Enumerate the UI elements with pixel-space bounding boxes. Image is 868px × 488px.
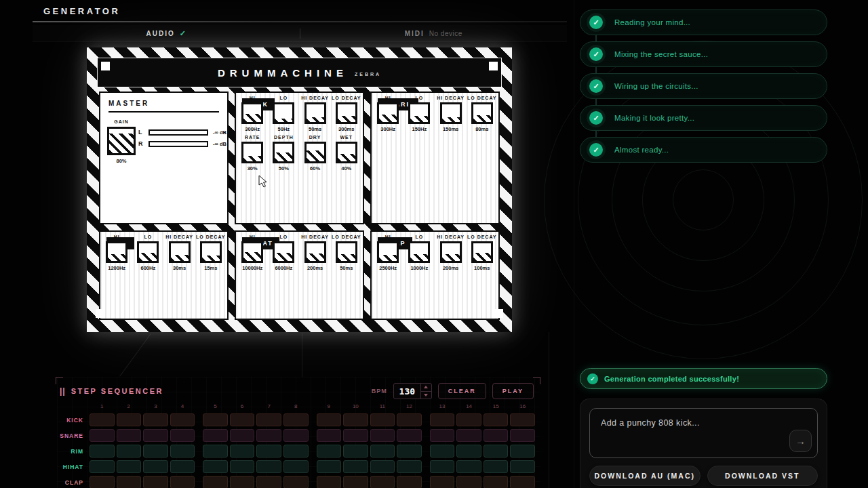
step-cell[interactable] (484, 460, 509, 473)
step-cell[interactable] (510, 413, 535, 426)
step-cell[interactable] (203, 413, 228, 426)
knob-square[interactable] (440, 241, 462, 263)
step-cell[interactable] (370, 413, 395, 426)
knob-square[interactable] (304, 241, 326, 263)
step-cell[interactable] (170, 476, 195, 488)
step-cell[interactable] (510, 476, 535, 488)
step-cell[interactable] (343, 413, 368, 426)
play-button[interactable]: PLAY (492, 383, 534, 399)
step-cell[interactable] (456, 413, 481, 426)
knob-square[interactable] (273, 102, 294, 124)
step-cell[interactable] (430, 445, 455, 458)
knob-hi-decay[interactable]: HI DECAY150ms (436, 96, 466, 132)
knob-lo[interactable]: LO600Hz (133, 235, 163, 271)
knob-hi-decay[interactable]: HI DECAY200ms (300, 235, 330, 271)
knob-square[interactable] (304, 142, 326, 163)
knob-square[interactable] (137, 241, 159, 263)
step-cell[interactable] (256, 445, 281, 458)
knob-square[interactable] (241, 241, 263, 263)
step-cell[interactable] (317, 460, 342, 473)
knob-square[interactable] (440, 102, 462, 124)
knob-square[interactable] (336, 102, 357, 124)
step-cell[interactable] (510, 460, 535, 473)
bpm-decrement-button[interactable] (421, 391, 431, 399)
step-cell[interactable] (203, 476, 228, 488)
step-cell[interactable] (456, 460, 481, 473)
step-cell[interactable] (256, 476, 281, 488)
knob-square[interactable] (273, 241, 294, 263)
audio-device-tab[interactable]: AUDIO ✓ (33, 29, 300, 38)
step-cell[interactable] (283, 445, 309, 458)
step-cell[interactable] (117, 413, 142, 426)
step-cell[interactable] (90, 460, 115, 473)
step-cell[interactable] (256, 413, 281, 426)
knob-lo-decay[interactable]: LO DECAY300ms (332, 96, 361, 132)
knob-hi-decay[interactable]: HI DECAY50ms (300, 96, 330, 132)
step-cell[interactable] (343, 476, 368, 488)
knob-dry[interactable]: DRY60% (300, 135, 330, 171)
step-cell[interactable] (203, 460, 228, 473)
knob-rate[interactable]: RATE30% (237, 135, 267, 171)
step-cell[interactable] (456, 476, 481, 488)
knob-square[interactable] (471, 241, 493, 263)
step-cell[interactable] (117, 476, 142, 488)
step-cell[interactable] (170, 445, 195, 458)
step-cell[interactable] (117, 460, 142, 473)
step-cell[interactable] (343, 460, 368, 473)
knob-square[interactable] (377, 241, 399, 263)
step-cell[interactable] (343, 445, 368, 458)
prompt-input[interactable] (589, 408, 818, 458)
step-cell[interactable] (484, 476, 509, 488)
step-cell[interactable] (510, 429, 535, 442)
step-cell[interactable] (117, 445, 142, 458)
step-cell[interactable] (456, 445, 481, 458)
step-cell[interactable] (317, 476, 342, 488)
step-cell[interactable] (230, 429, 255, 442)
midi-device-tab[interactable]: MIDI No device (300, 30, 568, 37)
step-cell[interactable] (117, 429, 142, 442)
bpm-value[interactable]: 130 (394, 384, 420, 399)
step-cell[interactable] (397, 445, 422, 458)
step-cell[interactable] (143, 476, 168, 488)
step-cell[interactable] (484, 429, 509, 442)
gain-knob-square[interactable] (107, 127, 136, 155)
step-cell[interactable] (430, 460, 455, 473)
knob-square[interactable] (106, 241, 127, 263)
step-cell[interactable] (484, 445, 509, 458)
knob-depth[interactable]: DEPTH50% (269, 135, 298, 171)
step-cell[interactable] (370, 429, 395, 442)
step-cell[interactable] (317, 429, 342, 442)
step-cell[interactable] (230, 413, 255, 426)
knob-square[interactable] (408, 241, 430, 263)
step-cell[interactable] (430, 429, 455, 442)
step-cell[interactable] (203, 445, 228, 458)
clear-button[interactable]: CLEAR (438, 383, 486, 399)
knob-square[interactable] (471, 102, 493, 124)
step-cell[interactable] (170, 460, 195, 473)
step-cell[interactable] (90, 476, 115, 488)
knob-lo-decay[interactable]: LO DECAY100ms (467, 235, 497, 271)
knob-square[interactable] (336, 142, 357, 163)
step-cell[interactable] (484, 413, 509, 426)
knob-square[interactable] (336, 241, 357, 263)
step-cell[interactable] (283, 429, 309, 442)
step-cell[interactable] (283, 460, 309, 473)
step-cell[interactable] (203, 429, 228, 442)
step-cell[interactable] (397, 413, 422, 426)
step-cell[interactable] (430, 413, 455, 426)
step-cell[interactable] (143, 445, 168, 458)
step-cell[interactable] (510, 445, 535, 458)
bpm-increment-button[interactable] (421, 384, 431, 391)
knob-square[interactable] (169, 241, 191, 263)
step-cell[interactable] (90, 445, 115, 458)
step-cell[interactable] (283, 476, 309, 488)
step-cell[interactable] (90, 429, 115, 442)
send-button[interactable]: → (789, 430, 812, 452)
step-cell[interactable] (230, 445, 255, 458)
step-cell[interactable] (90, 413, 115, 426)
bpm-stepper[interactable]: 130 (393, 383, 432, 399)
step-cell[interactable] (143, 429, 168, 442)
knob-square[interactable] (377, 102, 399, 124)
master-gain-knob[interactable]: GAIN 80% (107, 119, 136, 164)
download-vst-button[interactable]: DOWNLOAD VST (707, 466, 818, 486)
